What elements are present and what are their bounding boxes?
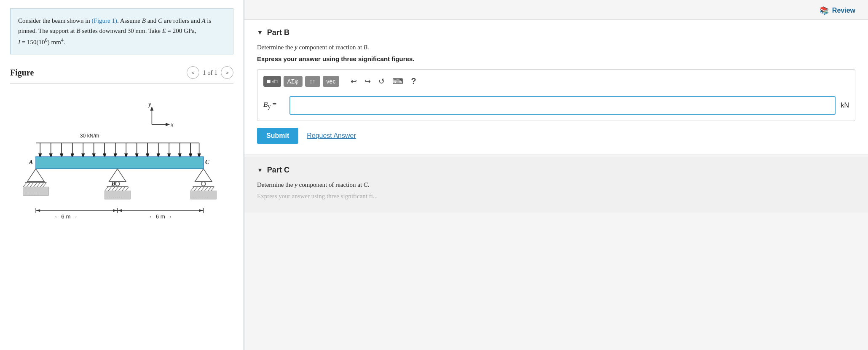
undo-button[interactable]: ↩ bbox=[348, 75, 359, 88]
part-c-collapse-arrow[interactable]: ▼ bbox=[257, 167, 263, 174]
review-bar: 📚 Review bbox=[244, 0, 868, 19]
svg-line-71 bbox=[194, 187, 197, 191]
submit-button[interactable]: Submit bbox=[257, 128, 298, 144]
svg-marker-88 bbox=[199, 209, 204, 212]
problem-statement: Consider the beam shown in (Figure 1). A… bbox=[10, 8, 233, 54]
svg-line-48 bbox=[30, 183, 33, 187]
answer-unit: kN bbox=[841, 102, 849, 109]
part-b-instruction: Express your answer using three signific… bbox=[257, 55, 855, 62]
svg-text:A: A bbox=[29, 159, 33, 165]
svg-line-50 bbox=[37, 183, 40, 187]
part-b-title: Part B bbox=[267, 28, 289, 37]
beam-diagram-svg: y x 30 kN/m bbox=[14, 99, 229, 228]
greek-button[interactable]: AΣφ bbox=[284, 76, 303, 87]
svg-marker-3 bbox=[166, 123, 170, 126]
svg-text:30 kN/m: 30 kN/m bbox=[80, 133, 99, 139]
svg-line-64 bbox=[125, 187, 129, 191]
svg-line-58 bbox=[104, 187, 108, 191]
help-button[interactable]: ? bbox=[408, 75, 418, 88]
part-c-truncated: Express your answer using three signific… bbox=[257, 193, 855, 200]
figure-header: Figure < 1 of 1 > bbox=[10, 66, 233, 79]
figure-title: Figure bbox=[10, 68, 34, 78]
svg-line-63 bbox=[122, 187, 125, 191]
page-indicator: 1 of 1 bbox=[203, 69, 217, 76]
redo-button[interactable]: ↪ bbox=[362, 75, 373, 88]
figure-link[interactable]: (Figure 1) bbox=[92, 17, 117, 24]
part-b-collapse-arrow[interactable]: ▼ bbox=[257, 30, 263, 36]
part-b-header: ▼ Part B bbox=[257, 28, 855, 37]
svg-text:C: C bbox=[205, 159, 209, 165]
figure-divider bbox=[10, 83, 233, 83]
svg-marker-44 bbox=[27, 169, 45, 182]
right-panel: 📚 Review ▼ Part B Determine the y compon… bbox=[244, 0, 868, 350]
svg-line-73 bbox=[201, 187, 204, 191]
svg-marker-67 bbox=[195, 169, 212, 182]
part-c-description: Determine the y component of reaction at… bbox=[257, 181, 855, 188]
svg-line-46 bbox=[23, 183, 26, 187]
keyboard-button[interactable]: ⌨ bbox=[390, 75, 406, 88]
math-toolbar: ■ √□ AΣφ ↕↑ vec ↩ ↪ ↺ ⌨ ? bbox=[263, 75, 849, 91]
svg-text:. . . . . . . . .: . . . . . . . . . bbox=[191, 194, 208, 198]
next-figure-button[interactable]: > bbox=[221, 66, 233, 79]
math-input-area: ■ √□ AΣφ ↕↑ vec ↩ ↪ ↺ ⌨ ? By = kN bbox=[257, 69, 855, 121]
part-b-section: ▼ Part B Determine the y component of re… bbox=[244, 19, 868, 154]
left-panel: Consider the beam shown in (Figure 1). A… bbox=[0, 0, 244, 350]
refresh-button[interactable]: ↺ bbox=[376, 75, 387, 88]
svg-line-76 bbox=[211, 187, 214, 191]
answer-label: By = bbox=[263, 100, 284, 110]
svg-line-49 bbox=[33, 183, 37, 187]
svg-marker-87 bbox=[118, 209, 122, 212]
part-c-section: ▼ Part C Determine the y component of re… bbox=[244, 157, 868, 213]
answer-input[interactable] bbox=[289, 96, 836, 115]
matrix-button[interactable]: ■ √□ bbox=[263, 76, 281, 87]
svg-point-56 bbox=[115, 182, 120, 186]
part-b-description: Determine the y component of reaction at… bbox=[257, 44, 855, 51]
svg-line-72 bbox=[198, 187, 201, 191]
svg-line-47 bbox=[27, 183, 30, 187]
review-label: Review bbox=[832, 7, 855, 14]
svg-text:x: x bbox=[170, 121, 174, 128]
svg-line-62 bbox=[118, 187, 122, 191]
review-icon: 📚 bbox=[820, 6, 829, 15]
answer-row: By = kN bbox=[263, 96, 849, 115]
request-answer-button[interactable]: Request Answer bbox=[307, 132, 356, 140]
figure-nav: < 1 of 1 > bbox=[187, 66, 233, 79]
diagram-container: y x 30 kN/m bbox=[10, 90, 233, 234]
svg-line-75 bbox=[208, 187, 211, 191]
svg-text:←  6 m  →: ← 6 m → bbox=[149, 213, 172, 220]
svg-text:←  6 m  →: ← 6 m → bbox=[54, 213, 78, 220]
svg-text:B: B bbox=[111, 180, 116, 187]
svg-rect-40 bbox=[36, 157, 204, 169]
arrows-button[interactable]: ↕↑ bbox=[305, 76, 320, 87]
part-c-title: Part C bbox=[267, 166, 289, 175]
part-c-header: ▼ Part C bbox=[257, 166, 855, 175]
svg-marker-83 bbox=[113, 209, 118, 212]
prev-figure-button[interactable]: < bbox=[187, 66, 199, 79]
svg-point-68 bbox=[201, 182, 206, 186]
svg-text:y: y bbox=[147, 101, 151, 108]
svg-marker-82 bbox=[36, 209, 40, 212]
svg-line-70 bbox=[190, 187, 194, 191]
toolbar-separator bbox=[343, 76, 344, 86]
vec-button[interactable]: vec bbox=[323, 76, 340, 87]
svg-text:. . . . . . . . .: . . . . . . . . . bbox=[24, 190, 40, 194]
svg-line-60 bbox=[112, 187, 115, 191]
figure-section: Figure < 1 of 1 > y x 30 kN/m bbox=[10, 66, 233, 234]
svg-line-74 bbox=[204, 187, 208, 191]
review-button[interactable]: 📚 Review bbox=[820, 6, 855, 15]
svg-line-59 bbox=[108, 187, 111, 191]
svg-text:. . . . . . . . .: . . . . . . . . . bbox=[105, 194, 122, 198]
svg-line-61 bbox=[115, 187, 118, 191]
action-row: Submit Request Answer bbox=[257, 128, 855, 144]
problem-text: Consider the beam shown in (Figure 1). A… bbox=[18, 17, 211, 46]
